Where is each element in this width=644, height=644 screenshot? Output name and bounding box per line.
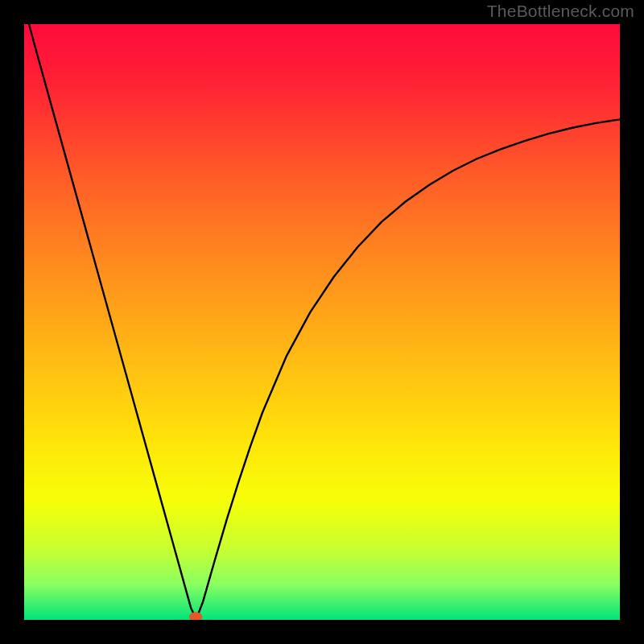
- chart-container: TheBottleneck.com: [0, 0, 644, 644]
- plot-area: [24, 24, 620, 620]
- watermark-text: TheBottleneck.com: [487, 2, 634, 21]
- chart-svg: [24, 24, 620, 620]
- chart-background: [24, 24, 620, 620]
